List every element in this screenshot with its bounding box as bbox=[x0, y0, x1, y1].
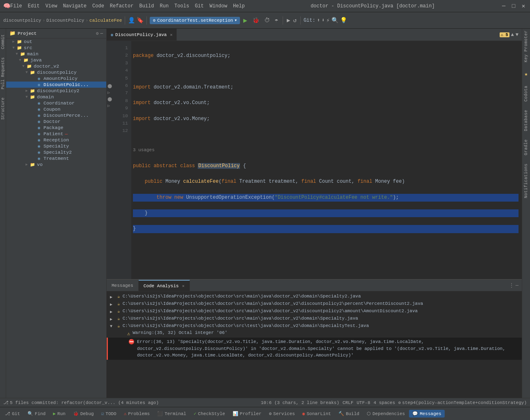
tree-item-coordinator[interactable]: ◉ Coordinator bbox=[6, 100, 106, 106]
menu-help[interactable]: Help bbox=[233, 3, 245, 9]
minimize-button[interactable]: ─ bbox=[500, 3, 507, 9]
notifications-label[interactable]: Notifications bbox=[524, 163, 528, 198]
breadcrumb-class[interactable]: DiscountPolicy bbox=[46, 18, 84, 23]
taskbar-todo[interactable]: ☑ TODO bbox=[98, 410, 120, 418]
tree-item-discountpolicy[interactable]: ▼ 📁 discountpolicy bbox=[6, 69, 106, 75]
settings-button[interactable]: 💡 bbox=[340, 17, 347, 24]
tree-item-doctor[interactable]: ◉ Doctor bbox=[6, 118, 106, 125]
taskbar-profiler[interactable]: 📊 Profiler bbox=[229, 410, 265, 418]
tree-item-treatment[interactable]: ◉ Treatment bbox=[6, 155, 106, 161]
error-detail-item[interactable]: ⛔ Error:(36, 13) 'Specialty(doctor_v2.vo… bbox=[107, 338, 522, 360]
taskbar-dependencies[interactable]: ⬡ Dependencies bbox=[363, 410, 408, 418]
taskbar-run[interactable]: ▶ Run bbox=[50, 410, 69, 418]
tree-item-amountpolicy[interactable]: ◉ AmountPolicy bbox=[6, 75, 106, 82]
git-push-button[interactable]: ⬆ bbox=[317, 17, 320, 23]
taskbar-git[interactable]: ⎇ Git bbox=[2, 410, 23, 418]
search-button[interactable]: 🔍 bbox=[331, 17, 338, 24]
code-analysis-close-button[interactable]: ✕ bbox=[182, 284, 185, 288]
sidebar-tree[interactable]: ▶ 📁 out ▼ 📁 src ▼ 📁 main ▼ 📁 java bbox=[6, 39, 106, 398]
error-item-1[interactable]: ▶ ☕ C:\Users\is2js\IdeaProjects\object\d… bbox=[107, 293, 522, 300]
tree-item-domain[interactable]: ▼ 📁 domain bbox=[6, 94, 106, 100]
gradle-label[interactable]: Gradle bbox=[524, 139, 528, 155]
tab-code-analysis[interactable]: Code Analysis ✕ bbox=[139, 280, 190, 291]
commit-label[interactable]: Commit bbox=[0, 32, 6, 52]
menu-git[interactable]: Git bbox=[195, 3, 204, 9]
tree-item-java[interactable]: ▼ 📁 java bbox=[6, 57, 106, 63]
bottom-content[interactable]: ▶ ☕ C:\Users\is2js\IdeaProjects\object\d… bbox=[107, 291, 522, 398]
codota-icon[interactable]: ★ bbox=[524, 70, 528, 77]
tab-close-button[interactable]: ✕ bbox=[170, 32, 172, 37]
menu-tools[interactable]: Tools bbox=[174, 3, 189, 9]
tree-item-discountpolicy2[interactable]: ▶ 📁 discountpolicy2 bbox=[6, 88, 106, 94]
scroll-up-button[interactable]: ▲ bbox=[511, 32, 514, 38]
toolbar-user-icon[interactable]: 👤 bbox=[128, 17, 135, 24]
breadcrumb-method[interactable]: calculateFee bbox=[89, 18, 122, 23]
error-item-3[interactable]: ▶ ☕ C:\Users\is2js\IdeaProjects\object\d… bbox=[107, 308, 522, 315]
tree-item-package[interactable]: ◉ Package bbox=[6, 125, 106, 131]
code-content[interactable]: package doctor_v2.discountpolicy; import… bbox=[131, 41, 522, 279]
error-item-4[interactable]: ▶ ☕ C:\Users\is2js\IdeaProjects\object\d… bbox=[107, 315, 522, 322]
tree-item-specialty[interactable]: ◉ Specialty bbox=[6, 143, 106, 149]
bottom-minimize-button[interactable]: — bbox=[516, 283, 519, 288]
tab-messages[interactable]: Messages bbox=[107, 280, 139, 291]
tree-item-main[interactable]: ▼ 📁 main bbox=[6, 51, 106, 57]
toolbar-bookmark-icon[interactable]: 🔖 bbox=[137, 17, 144, 24]
menu-edit[interactable]: Edit bbox=[28, 3, 40, 9]
tree-item-discountperce[interactable]: ◉ DiscountPerce... bbox=[6, 112, 106, 118]
taskbar-debug[interactable]: 🐞 Debug bbox=[70, 410, 97, 418]
warning-item[interactable]: ⚠ Warning:(35, 32) Octal integer '06' bbox=[107, 329, 522, 338]
taskbar-messages[interactable]: 💬 Messages bbox=[409, 410, 445, 418]
taskbar-problems[interactable]: ⚠ Problems bbox=[121, 410, 153, 418]
sidebar-minimize-icon[interactable]: — bbox=[100, 31, 103, 36]
tree-item-reception[interactable]: ◉ Reception bbox=[6, 137, 106, 143]
taskbar-services[interactable]: ⚙ Services bbox=[265, 410, 298, 418]
menu-bar[interactable]: File Edit View Navigate Code Refactor Bu… bbox=[10, 3, 245, 9]
menu-run[interactable]: Run bbox=[160, 3, 169, 9]
taskbar-build[interactable]: 🔨 Build bbox=[335, 410, 363, 418]
git-status[interactable]: ⎇ 5 files committed: refactor(doctor_v..… bbox=[3, 400, 159, 405]
tree-item-discountpolicy-file[interactable]: ◉ DiscountPolic... bbox=[6, 82, 106, 88]
error-item-5[interactable]: ▼ ☕ C:\Users\is2js\IdeaProjects\object\d… bbox=[107, 322, 522, 329]
taskbar-terminal[interactable]: ⬛ Terminal bbox=[154, 410, 190, 418]
profile-button[interactable]: ⏱ bbox=[263, 17, 272, 24]
maximize-button[interactable]: □ bbox=[510, 3, 517, 9]
tree-item-src[interactable]: ▼ 📁 src bbox=[6, 45, 106, 51]
breadcrumb-project[interactable]: discountpolicy bbox=[3, 18, 41, 23]
menu-refactor[interactable]: Refactor bbox=[110, 3, 134, 9]
debug-button[interactable]: 🐞 bbox=[251, 17, 261, 24]
key-promoter-label[interactable]: Key Promoter bbox=[524, 30, 528, 62]
tree-item-out[interactable]: ▶ 📁 out bbox=[6, 39, 106, 45]
run-button[interactable]: ▶ bbox=[242, 16, 249, 25]
menu-code[interactable]: Code bbox=[92, 3, 104, 9]
structure-label[interactable]: Structure bbox=[0, 95, 6, 122]
taskbar-checkstyle[interactable]: ✓ CheckStyle bbox=[190, 410, 228, 418]
taskbar-find[interactable]: 🔍 Find bbox=[24, 410, 49, 418]
menu-file[interactable]: File bbox=[10, 3, 22, 9]
tree-item-patient[interactable]: ◉ Patient — bbox=[6, 131, 106, 137]
run-config-dropdown[interactable]: ⚙ CoordinatorTest.setReception ▼ bbox=[150, 17, 240, 24]
coverage-button[interactable]: ☂ bbox=[273, 17, 280, 24]
menu-view[interactable]: View bbox=[46, 3, 57, 9]
rerun-button[interactable]: ↺ bbox=[292, 16, 297, 25]
close-button[interactable]: ✕ bbox=[520, 3, 527, 9]
error-item-2[interactable]: ▶ ☕ C:\Users\is2js\IdeaProjects\object\d… bbox=[107, 300, 522, 308]
translate-button[interactable]: ⚡ bbox=[326, 17, 329, 24]
database-label[interactable]: Database bbox=[524, 110, 528, 131]
codota-label[interactable]: Codota bbox=[524, 86, 528, 102]
code-editor-content[interactable]: ⬤ ▷ ⬤ ▷ 1 2 3 4 5 6 7 8 9 10 11 bbox=[107, 41, 522, 279]
bottom-options-icon[interactable]: ⋮ bbox=[509, 282, 514, 288]
git-pull-button[interactable]: ⬇ bbox=[322, 17, 324, 23]
tree-item-specialty2[interactable]: ◉ Specialty2 bbox=[6, 149, 106, 155]
menu-navigate[interactable]: Navigate bbox=[63, 3, 87, 9]
menu-build[interactable]: Build bbox=[139, 3, 154, 9]
run-stop-button[interactable]: ▶ bbox=[286, 16, 291, 25]
sidebar-options-icon[interactable]: ⚙ bbox=[96, 31, 99, 36]
tree-item-doctor_v2[interactable]: ▼ 📁 doctor_v2 bbox=[6, 63, 106, 69]
scroll-down-button[interactable]: ▼ bbox=[516, 32, 519, 38]
tree-item-vo[interactable]: ▶ 📁 vo bbox=[6, 161, 106, 168]
taskbar-sonarlint[interactable]: ◉ SonarLint bbox=[299, 410, 334, 418]
pull-requests-label[interactable]: Pull Requests bbox=[0, 55, 6, 92]
tab-discountpolicy[interactable]: ◉ DiscountPolicy.java ✕ bbox=[107, 29, 177, 41]
tree-item-coupon[interactable]: ◉ Coupon bbox=[6, 106, 106, 112]
window-controls[interactable]: ─ □ ✕ bbox=[500, 3, 527, 9]
